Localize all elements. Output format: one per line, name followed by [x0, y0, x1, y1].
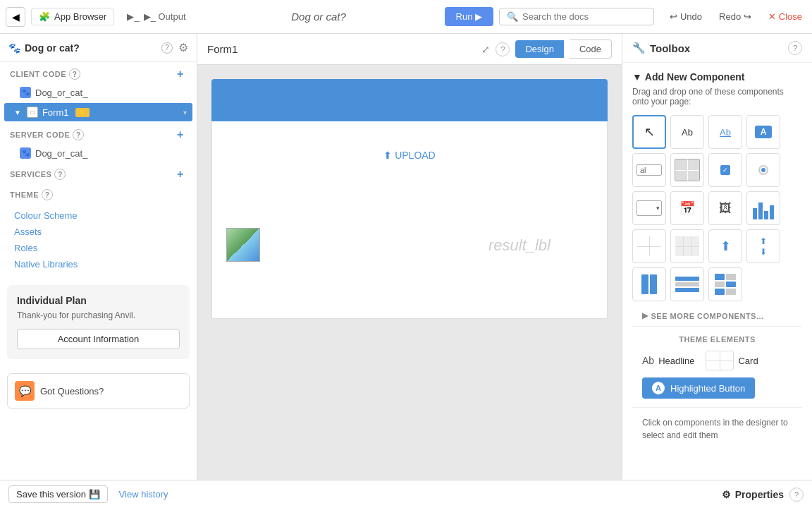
redo-button[interactable]: Redo ↪ — [715, 8, 756, 25]
got-questions-item[interactable]: 💬 Got Questions? — [7, 373, 190, 409]
theme-label-left: THEME ? — [10, 189, 53, 200]
component-grid-row1: ↖ Ab Ab A — [632, 115, 802, 149]
search-icon: 🔍 — [507, 11, 518, 22]
comp-image[interactable]: 🖼 — [708, 191, 742, 225]
textarea-icon — [675, 159, 700, 181]
client-module-icon: 🐾 — [20, 87, 31, 98]
run-button[interactable]: Run ▶ — [445, 7, 493, 26]
comp-datagrid[interactable] — [632, 229, 666, 263]
app-browser-icon: 🧩 — [39, 11, 50, 22]
file-loader-icon: ⬆ — [720, 238, 731, 254]
comp-checkbox[interactable]: ✓ — [708, 153, 742, 187]
sidebar-settings-icon[interactable]: ⚙ — [178, 41, 188, 54]
comp-column-panel[interactable] — [632, 267, 666, 301]
close-button[interactable]: ✕ Close — [764, 8, 806, 25]
run-label: Run ▶ — [456, 11, 482, 22]
client-module-item[interactable]: 🐾 Dog_or_cat_ — [0, 83, 197, 102]
properties-title: ⚙ Properties — [722, 489, 784, 500]
card-element[interactable]: Card — [706, 351, 758, 370]
comp-dropdown[interactable]: ▾ — [632, 191, 666, 225]
undo-button[interactable]: ↩ Undo — [665, 8, 706, 25]
services-help-icon[interactable]: ? — [54, 169, 66, 180]
comp-flow-panel[interactable] — [670, 267, 704, 301]
comp-pointer[interactable]: ↖ — [632, 115, 666, 149]
comp-radio[interactable] — [746, 153, 780, 187]
comp-chart[interactable] — [746, 191, 780, 225]
undo-label: Undo — [680, 11, 702, 22]
server-code-help-icon[interactable]: ? — [73, 129, 84, 140]
toolbox-title-text: Toolbox — [650, 42, 690, 54]
close-label: ✕ Close — [768, 11, 802, 22]
search-input[interactable] — [522, 11, 635, 22]
native-libraries-link[interactable]: Native Libraries — [0, 256, 197, 272]
comp-textarea[interactable] — [670, 153, 704, 187]
repeating-panel-icon — [675, 236, 699, 256]
search-box[interactable]: 🔍 — [499, 8, 654, 25]
client-code-help-icon[interactable]: ? — [69, 68, 80, 80]
design-tab[interactable]: Design — [515, 40, 563, 58]
flow-panel-icon — [675, 277, 699, 292]
component-grid-row2: al ✓ — [632, 153, 802, 187]
center-header: Form1 ⤢ ? Design Code — [197, 34, 622, 65]
services-add-icon[interactable]: + — [174, 168, 187, 181]
output-label: ▶_ Output — [144, 11, 186, 22]
toolbox-help-icon[interactable]: ? — [788, 41, 802, 55]
plan-title: Individual Plan — [17, 295, 180, 306]
comp-label[interactable]: Ab — [670, 115, 704, 149]
server-code-add-icon[interactable]: + — [174, 128, 187, 141]
redo-label: Redo — [719, 11, 741, 22]
form1-label: Form1 — [42, 107, 69, 118]
account-information-button[interactable]: Account Information — [17, 329, 180, 349]
view-history-link[interactable]: View history — [119, 489, 168, 500]
see-more-components[interactable]: ▶ SEE MORE COMPONENTS... — [632, 306, 802, 326]
plan-box: Individual Plan Thank-you for purchasing… — [7, 285, 190, 359]
code-tab[interactable]: Code — [570, 40, 612, 59]
comp-textbox[interactable]: al — [632, 153, 666, 187]
theme-help-icon[interactable]: ? — [42, 189, 53, 200]
form1-dropdown-arrow[interactable]: ▾ — [183, 109, 187, 116]
upload-area[interactable]: ⬆ UPLOAD — [226, 135, 593, 175]
component-grid-row5 — [632, 267, 802, 301]
properties-help-icon[interactable]: ? — [789, 488, 804, 502]
component-grid-row3: ▾ 📅 🖼 — [632, 191, 802, 225]
headline-element[interactable]: Ab Headline — [642, 355, 694, 366]
comp-spacer[interactable]: ⬆⬇ — [746, 229, 780, 263]
app-browser-tab[interactable]: 🧩 App Browser — [31, 8, 114, 25]
server-code-section-label: SERVER CODE ? + — [0, 123, 197, 144]
roles-link[interactable]: Roles — [0, 240, 197, 256]
comp-datepicker[interactable]: 📅 — [670, 191, 704, 225]
server-module-item[interactable]: 🐾 Dog_or_cat_ — [0, 144, 197, 162]
client-code-label: CLIENT CODE — [10, 70, 66, 78]
comp-grid-panel[interactable] — [708, 267, 742, 301]
highlighted-button-element[interactable]: A Highlighted Button — [642, 377, 755, 399]
chart-icon — [753, 197, 774, 219]
server-code-label-left: SERVER CODE ? — [10, 129, 84, 140]
theme-section-label: THEME ? — [0, 183, 197, 203]
comp-link[interactable]: Ab — [708, 115, 742, 149]
colour-scheme-link[interactable]: Colour Scheme — [0, 207, 197, 224]
form1-icon: □ — [27, 107, 38, 118]
toolbox-title: 🔧 Toolbox — [632, 42, 690, 54]
output-tab[interactable]: ▶_ ▶_ Output — [120, 8, 192, 25]
center-help-icon[interactable]: ? — [496, 42, 510, 56]
comp-repeating-panel[interactable] — [670, 229, 704, 263]
add-component-chevron[interactable]: ▼ — [632, 71, 642, 83]
comp-file-loader[interactable]: ⬆ — [708, 229, 742, 263]
canvas-white-area[interactable]: ⬆ UPLOAD result_lbl — [211, 121, 608, 319]
form1-item[interactable]: ▼ □ Form1 ⚡ ▾ — [4, 103, 192, 121]
expand-icon[interactable]: ⤢ — [481, 44, 490, 55]
output-icon: ▶_ — [127, 11, 139, 22]
assets-link[interactable]: Assets — [0, 224, 197, 240]
save-version-button[interactable]: Save this version 💾 — [8, 485, 108, 503]
client-code-add-icon[interactable]: + — [174, 68, 187, 80]
sidebar: 🐾 Dog or cat? ? ⚙ CLIENT CODE ? + 🐾 Dog_… — [0, 34, 197, 480]
column-panel-icon — [641, 274, 657, 294]
sidebar-help-icon[interactable]: ? — [161, 42, 173, 54]
main-layout: 🐾 Dog or cat? ? ⚙ CLIENT CODE ? + 🐾 Dog_… — [0, 34, 812, 480]
center-header-right: ⤢ ? Design Code — [481, 40, 612, 59]
add-component-section: ▼ Add New Component Drag and drop one of… — [622, 63, 812, 459]
add-component-title-text: Add New Component — [645, 71, 745, 83]
back-button[interactable]: ◀ — [6, 7, 25, 27]
undo-icon: ↩ — [670, 11, 677, 22]
comp-button[interactable]: A — [746, 115, 780, 149]
